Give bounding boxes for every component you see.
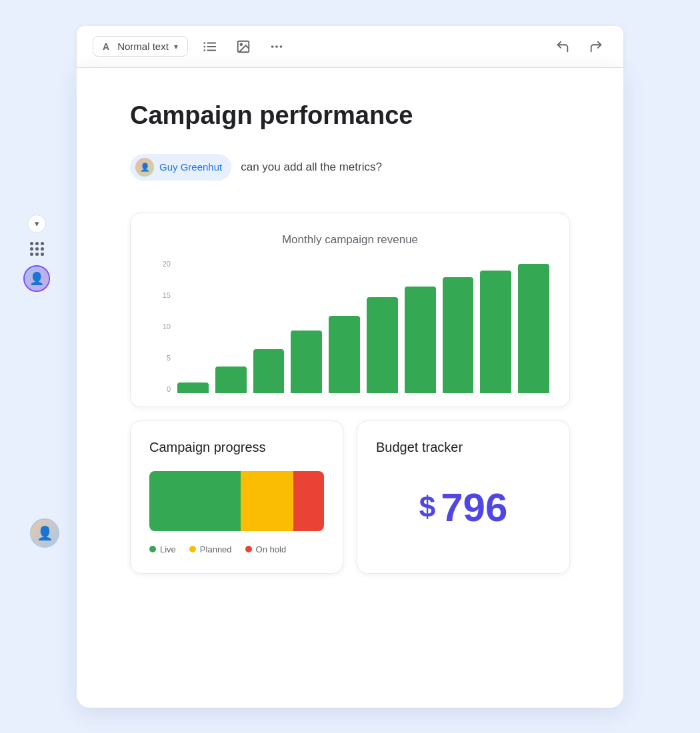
bar-9 <box>480 271 511 393</box>
y-label-15: 15 <box>163 291 171 299</box>
content-area: ▾ 👤 Campaign performance 👤 Guy Greenhut <box>77 68 623 708</box>
bar-8 <box>443 277 474 393</box>
chevron-down-icon: ▾ <box>174 42 178 51</box>
y-label-5: 5 <box>167 354 171 362</box>
comment-row: 👤 Guy Greenhut can you add all the metri… <box>130 154 570 181</box>
bar-1 <box>177 382 209 393</box>
legend-live-label: Live <box>160 544 176 554</box>
font-a-icon: A <box>103 41 109 52</box>
progress-bar <box>149 471 324 531</box>
text-style-label: Normal text <box>117 41 169 52</box>
chart-legend: Live Planned On hold <box>149 544 324 554</box>
y-label-0: 0 <box>167 385 171 393</box>
y-axis: 20 15 10 5 0 <box>151 260 175 393</box>
svg-point-4 <box>203 45 205 47</box>
image-icon-button[interactable] <box>232 35 255 58</box>
legend-planned-label: Planned <box>200 544 232 554</box>
page-title: Campaign performance <box>130 101 570 130</box>
bar-6 <box>367 297 398 393</box>
collaborator-avatar[interactable]: 👤 <box>30 518 59 548</box>
redo-button[interactable] <box>585 35 607 58</box>
budget-currency: $ <box>419 490 435 524</box>
bars-group <box>177 260 549 393</box>
legend-onhold-dot <box>245 546 252 552</box>
legend-live: Live <box>149 544 176 554</box>
drag-handle[interactable] <box>27 240 46 259</box>
bar-5 <box>329 316 360 393</box>
legend-onhold: On hold <box>245 544 287 554</box>
author-avatar-left[interactable]: 👤 <box>23 265 50 292</box>
text-style-dropdown[interactable]: A Normal text ▾ <box>93 36 188 57</box>
legend-onhold-label: On hold <box>256 544 287 554</box>
budget-value: $ 796 <box>376 471 551 530</box>
editor-wrapper: A Normal text ▾ <box>77 26 623 708</box>
left-controls: ▾ 👤 <box>23 215 50 292</box>
budget-tracker-card: Budget tracker $ 796 <box>357 420 570 574</box>
campaign-progress-title: Campaign progress <box>149 440 324 455</box>
collapse-button[interactable]: ▾ <box>27 215 46 233</box>
svg-point-8 <box>271 45 274 48</box>
svg-point-7 <box>240 43 242 45</box>
comment-text: can you add all the metrics? <box>241 161 382 174</box>
list-icon-button[interactable] <box>199 35 221 58</box>
campaign-progress-card: Campaign progress Live Planned <box>130 420 343 574</box>
mention-avatar: 👤 <box>135 158 154 177</box>
progress-planned-segment <box>241 471 294 531</box>
progress-onhold-segment <box>293 471 324 531</box>
bar-10 <box>518 264 549 393</box>
mention-chip[interactable]: 👤 Guy Greenhut <box>130 154 231 181</box>
svg-point-5 <box>203 49 205 51</box>
svg-point-3 <box>203 42 205 44</box>
drag-grid-icon <box>30 242 44 256</box>
bottom-cards: Campaign progress Live Planned <box>130 420 570 574</box>
undo-button[interactable] <box>551 35 574 58</box>
progress-live-segment <box>149 471 241 531</box>
legend-live-dot <box>149 546 156 552</box>
bar-chart-title: Monthly campaign revenue <box>151 233 549 247</box>
bar-7 <box>405 287 436 393</box>
toolbar: A Normal text ▾ <box>77 26 623 68</box>
svg-point-10 <box>279 45 282 48</box>
bar-2 <box>215 366 247 393</box>
budget-tracker-title: Budget tracker <box>376 440 551 455</box>
svg-point-9 <box>275 45 278 48</box>
legend-planned-dot <box>189 546 196 552</box>
bar-4 <box>291 331 322 393</box>
more-options-button[interactable] <box>265 35 288 58</box>
mention-name: Guy Greenhut <box>159 161 222 173</box>
y-label-10: 10 <box>163 323 171 331</box>
bar-3 <box>253 349 285 393</box>
y-label-20: 20 <box>163 260 171 268</box>
legend-planned: Planned <box>189 544 232 554</box>
bar-chart-card: Monthly campaign revenue 20 15 10 5 0 <box>130 213 570 407</box>
charts-container: Monthly campaign revenue 20 15 10 5 0 <box>130 213 570 574</box>
bar-chart-area: 20 15 10 5 0 <box>151 260 549 393</box>
budget-amount: 796 <box>441 484 507 530</box>
